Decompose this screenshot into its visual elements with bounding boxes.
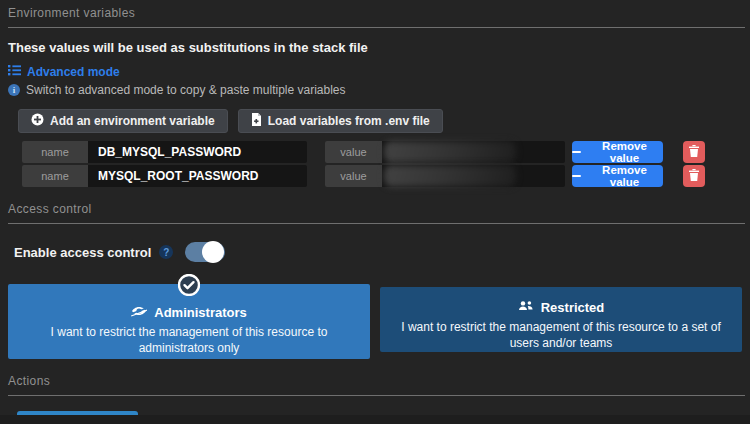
env-variable-row: name value Remove value [22,165,750,187]
option-restricted[interactable]: Restricted I want to restrict the manage… [380,287,742,352]
advanced-mode-hint-text: Switch to advanced mode to copy & paste … [26,83,346,97]
advanced-mode-label: Advanced mode [27,65,120,79]
load-env-file-label: Load variables from .env file [268,114,430,128]
remove-value-label: Remove value [586,140,663,164]
minus-icon [572,175,581,177]
name-addon-label: name [22,141,88,163]
load-env-file-button[interactable]: Load variables from .env file [238,109,443,133]
name-addon-label: name [22,165,88,187]
minus-icon [572,151,581,153]
toggle-knob [202,241,224,263]
value-input[interactable] [382,141,565,163]
value-addon-label: value [325,141,382,163]
env-variable-list: name value Remove value [22,141,750,187]
env-variable-row: name value Remove value [22,141,750,163]
delete-variable-button[interactable] [683,141,705,163]
option-title-row: Administrators [22,305,356,320]
remove-value-label: Remove value [586,164,663,188]
list-icon [8,64,21,79]
question-icon[interactable]: ? [159,245,173,259]
option-administrators[interactable]: Administrators I want to restrict the ma… [8,284,370,359]
stack-create-form: Environment variables These values will … [0,0,750,424]
option-description: I want to restrict the management of thi… [22,325,356,356]
advanced-mode-hint: i Switch to advanced mode to copy & past… [8,83,742,97]
advanced-mode-link[interactable]: Advanced mode [8,64,120,79]
env-subtitle: These values will be used as substitutio… [8,40,742,55]
access-section-title: Access control [8,202,745,224]
value-input[interactable] [382,165,565,187]
option-title: Restricted [541,300,605,315]
check-circle-icon [178,274,200,300]
name-input[interactable] [88,141,307,163]
users-icon [518,300,534,315]
add-env-variable-button[interactable]: Add an environment variable [18,109,228,133]
trash-icon [689,145,699,160]
actions-section-title: Actions [8,374,745,396]
env-buttons-row: Add an environment variable Load variabl… [18,109,750,133]
enable-access-control-row: Enable access control ? [14,241,742,263]
plus-circle-icon [31,113,44,129]
option-title-row: Restricted [394,300,728,315]
remove-value-button[interactable]: Remove value [572,141,663,163]
access-option-boxes: Administrators I want to restrict the ma… [8,284,742,359]
value-addon-label: value [325,165,382,187]
access-control-toggle[interactable] [185,242,225,262]
name-input[interactable] [88,165,307,187]
option-description: I want to restrict the management of thi… [394,320,728,351]
enable-access-control-label: Enable access control [14,245,151,260]
env-section-title: Environment variables [8,0,745,28]
file-icon [251,113,262,129]
option-title: Administrators [154,305,246,320]
trash-icon [689,169,699,184]
info-icon: i [8,84,20,96]
delete-variable-button[interactable] [683,165,705,187]
bottom-edge-strip [0,415,750,424]
eye-slash-icon [131,305,147,320]
add-env-variable-label: Add an environment variable [50,114,215,128]
remove-value-button[interactable]: Remove value [572,165,663,187]
